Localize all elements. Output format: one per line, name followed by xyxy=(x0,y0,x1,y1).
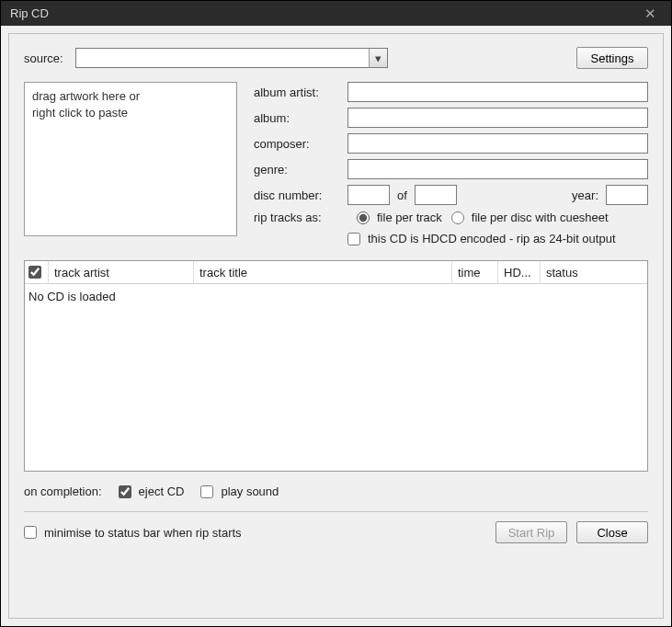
disc-of-label: of xyxy=(397,188,407,202)
table-body: No CD is loaded xyxy=(25,284,647,471)
artwork-placeholder-line1: drag artwork here or xyxy=(32,88,229,105)
genre-input[interactable] xyxy=(347,159,648,179)
table-header: track artist track title time HD... stat… xyxy=(25,261,647,284)
genre-label: genre: xyxy=(254,163,347,177)
top-area: drag artwork here or right click to past… xyxy=(24,82,648,245)
rip-per-disc-radio[interactable]: file per disc with cuesheet xyxy=(451,211,609,224)
settings-button[interactable]: Settings xyxy=(576,47,648,69)
minimise-checkbox[interactable]: minimise to status bar when rip starts xyxy=(24,526,242,540)
source-row: source: ▾ Settings xyxy=(24,47,648,69)
close-icon[interactable]: ✕ xyxy=(636,6,664,22)
rip-as-row: rip tracks as: file per track file per d… xyxy=(254,211,648,224)
album-input[interactable] xyxy=(347,108,648,128)
eject-cd-label: eject CD xyxy=(139,484,185,498)
source-label: source: xyxy=(24,51,75,65)
header-track-artist[interactable]: track artist xyxy=(49,261,194,283)
completion-row: on completion: eject CD play sound xyxy=(24,484,648,498)
hdcd-checkbox[interactable]: this CD is HDCD encoded - rip as 24-bit … xyxy=(347,232,616,245)
eject-cd-checkbox[interactable]: eject CD xyxy=(119,484,185,498)
completion-label: on completion: xyxy=(24,484,102,498)
composer-label: composer: xyxy=(254,137,347,151)
album-artist-input[interactable] xyxy=(347,82,648,102)
bottom-row: minimise to status bar when rip starts S… xyxy=(24,521,648,543)
dialog-outer: source: ▾ Settings drag artwork here or … xyxy=(0,26,672,627)
year-label: year: xyxy=(572,188,598,202)
header-checkbox[interactable] xyxy=(28,266,41,279)
source-combobox-value xyxy=(76,49,369,67)
rip-per-track-label: file per track xyxy=(377,211,442,224)
dialog-panel: source: ▾ Settings drag artwork here or … xyxy=(8,33,664,619)
album-label: album: xyxy=(254,111,347,125)
start-rip-button[interactable]: Start Rip xyxy=(495,521,567,543)
header-track-title[interactable]: track title xyxy=(194,261,452,283)
window-title: Rip CD xyxy=(10,6,636,20)
header-hd[interactable]: HD... xyxy=(498,261,541,283)
source-combobox[interactable]: ▾ xyxy=(75,48,388,68)
chevron-down-icon[interactable]: ▾ xyxy=(369,49,387,67)
disc-number-input[interactable] xyxy=(347,185,390,205)
composer-input[interactable] xyxy=(347,133,648,154)
album-artist-label: album artist: xyxy=(254,86,347,99)
year-input[interactable] xyxy=(606,185,648,205)
disc-number-label: disc number: xyxy=(254,188,347,202)
artwork-dropzone[interactable]: drag artwork here or right click to past… xyxy=(24,82,237,236)
close-button[interactable]: Close xyxy=(576,521,648,543)
track-table: track artist track title time HD... stat… xyxy=(24,260,648,472)
play-sound-checkbox[interactable]: play sound xyxy=(200,484,279,498)
header-checkbox-cell[interactable] xyxy=(25,261,49,283)
rip-per-track-radio[interactable]: file per track xyxy=(357,211,442,224)
rip-as-label: rip tracks as: xyxy=(254,211,347,224)
header-status[interactable]: status xyxy=(541,261,647,283)
table-empty-message: No CD is loaded xyxy=(28,290,116,303)
separator xyxy=(24,511,648,512)
metadata-form: album artist: album: composer: genre: di… xyxy=(254,82,648,245)
titlebar: Rip CD ✕ xyxy=(0,0,672,26)
rip-per-disc-label: file per disc with cuesheet xyxy=(472,211,609,224)
minimise-label: minimise to status bar when rip starts xyxy=(44,526,242,540)
header-time[interactable]: time xyxy=(452,261,498,283)
artwork-placeholder-line2: right click to paste xyxy=(32,105,229,121)
disc-total-input[interactable] xyxy=(415,185,457,205)
play-sound-label: play sound xyxy=(221,484,279,498)
hdcd-label: this CD is HDCD encoded - rip as 24-bit … xyxy=(368,232,616,245)
